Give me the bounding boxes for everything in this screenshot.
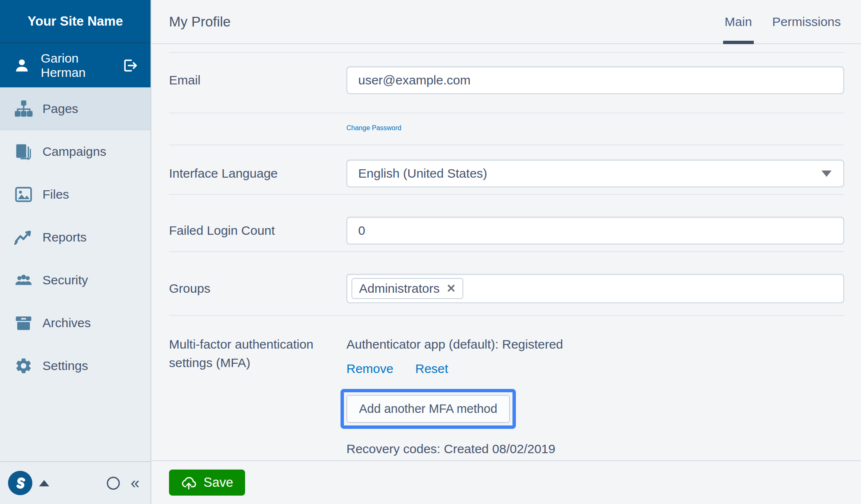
line-chart-icon	[14, 228, 33, 247]
sidebar-item-settings[interactable]: Settings	[0, 344, 151, 387]
collapse-sidebar-button[interactable]: «	[131, 475, 140, 491]
failed-login-row: Failed Login Count	[169, 195, 844, 252]
tab-main[interactable]: Main	[715, 0, 762, 43]
main-header: My Profile Main Permissions	[152, 0, 861, 44]
user-name: Garion Herman	[41, 51, 121, 80]
dropdown-arrow-icon	[821, 171, 832, 177]
tab-permissions[interactable]: Permissions	[762, 0, 851, 43]
email-input[interactable]	[346, 66, 844, 94]
field-label-groups: Groups	[169, 279, 346, 298]
sidebar-item-label: Settings	[42, 359, 88, 373]
failed-login-input[interactable]	[346, 217, 844, 244]
profile-form: Email Change Password Interface Language…	[169, 52, 844, 460]
language-select[interactable]: English (United States)	[346, 160, 844, 187]
sidebar-menu: Pages Campaigns Files	[0, 87, 151, 461]
sidebar-item-label: Reports	[42, 230, 87, 244]
group-tag: Administrators ✕	[351, 278, 463, 299]
password-row: Change Password	[169, 113, 844, 145]
language-row: Interface Language English (United State…	[169, 145, 844, 195]
stacked-pages-icon	[14, 142, 33, 161]
sidebar-footer: «	[0, 461, 151, 504]
sidebar-item-archives[interactable]: Archives	[0, 302, 151, 344]
mfa-reset-link[interactable]: Reset	[415, 360, 448, 378]
status-circle-icon[interactable]	[107, 477, 120, 490]
group-tag-label: Administrators	[359, 281, 440, 296]
sidebar-item-files[interactable]: Files	[0, 173, 151, 216]
page-title: My Profile	[169, 14, 231, 30]
add-mfa-method-button[interactable]: Add another MFA method	[346, 395, 510, 423]
sidebar-item-reports[interactable]: Reports	[0, 216, 151, 259]
mfa-button-highlight-ring: Add another MFA method	[341, 389, 516, 429]
silverstripe-logo[interactable]	[8, 471, 32, 495]
recovery-codes-text: Recovery codes: Created 08/02/2019	[346, 440, 844, 458]
logout-icon	[121, 57, 138, 74]
mfa-row: Multi-factor authentication settings (MF…	[169, 316, 844, 460]
field-label-language: Interface Language	[169, 164, 346, 183]
people-icon	[14, 270, 33, 290]
sidebar-item-pages[interactable]: Pages	[0, 87, 151, 130]
tab-bar: Main Permissions	[715, 0, 861, 43]
language-selected-value: English (United States)	[358, 166, 487, 181]
field-label-email: Email	[169, 71, 346, 89]
remove-tag-close-icon[interactable]: ✕	[446, 282, 456, 295]
sidebar-item-label: Pages	[42, 102, 78, 116]
logo-s-icon	[13, 475, 28, 491]
archive-box-icon	[14, 313, 33, 333]
sidebar-item-security[interactable]: Security	[0, 259, 151, 302]
logout-button[interactable]	[121, 57, 138, 74]
image-icon	[14, 185, 33, 204]
main-panel: My Profile Main Permissions Email Change…	[152, 0, 861, 504]
field-label-mfa: Multi-factor authentication settings (MF…	[169, 335, 346, 372]
mfa-status-text: Authenticator app (default): Registered	[346, 335, 844, 354]
save-button[interactable]: Save	[169, 470, 245, 496]
cloud-upload-icon	[181, 475, 197, 491]
change-password-link[interactable]: Change Password	[346, 124, 401, 131]
field-label-failed-login: Failed Login Count	[169, 221, 346, 240]
sidebar: Your Site Name Garion Herman	[0, 0, 151, 504]
sidebar-item-label: Security	[42, 273, 88, 287]
site-name: Your Site Name	[0, 0, 151, 43]
user-panel[interactable]: Garion Herman	[0, 43, 151, 87]
person-icon	[14, 58, 30, 74]
mfa-remove-link[interactable]: Remove	[346, 360, 394, 378]
sidebar-item-label: Files	[42, 187, 69, 202]
sidebar-item-label: Campaigns	[42, 144, 106, 159]
gear-icon	[14, 356, 33, 375]
save-button-label: Save	[203, 475, 233, 490]
email-row: Email	[169, 53, 844, 113]
action-toolbar: Save	[152, 460, 861, 504]
groups-row: Groups Administrators ✕	[169, 252, 844, 316]
groups-field[interactable]: Administrators ✕	[346, 274, 844, 303]
sitemap-icon	[14, 99, 33, 118]
sidebar-item-label: Archives	[42, 316, 91, 330]
sidebar-item-campaigns[interactable]: Campaigns	[0, 130, 151, 173]
expand-menu-caret-icon[interactable]	[39, 480, 49, 486]
